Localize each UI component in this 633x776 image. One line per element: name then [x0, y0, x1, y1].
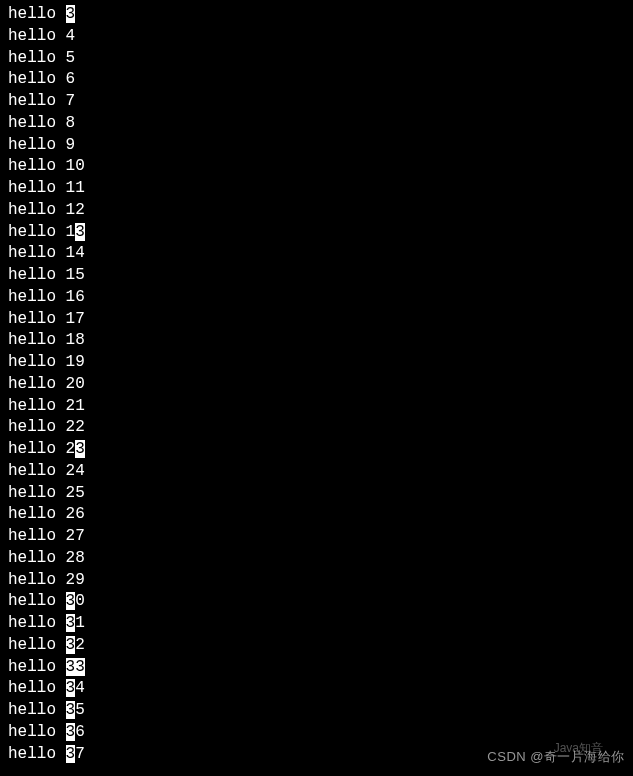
terminal-line: hello 18 [8, 330, 625, 352]
terminal-value: 22 [66, 418, 85, 436]
terminal-value: 28 [66, 549, 85, 567]
terminal-value: 10 [66, 157, 85, 175]
terminal-line: hello 7 [8, 91, 625, 113]
terminal-line: hello 19 [8, 352, 625, 374]
terminal-value: 8 [66, 114, 76, 132]
terminal-value: 11 [66, 179, 85, 197]
terminal-prefix: hello [8, 701, 66, 719]
terminal-line: hello 24 [8, 461, 625, 483]
terminal-line: hello 20 [8, 374, 625, 396]
terminal-highlight: 3 [75, 223, 85, 241]
terminal-value: 1 [66, 223, 76, 241]
terminal-value: 26 [66, 505, 85, 523]
terminal-highlight: 3 [66, 614, 76, 632]
terminal-line: hello 30 [8, 591, 625, 613]
terminal-value: 25 [66, 484, 85, 502]
terminal-line: hello 8 [8, 113, 625, 135]
terminal-line: hello 14 [8, 243, 625, 265]
terminal-prefix: hello [8, 353, 66, 371]
terminal-value: 12 [66, 201, 85, 219]
terminal-line: hello 12 [8, 200, 625, 222]
terminal-highlight: 3 [66, 723, 76, 741]
terminal-prefix: hello [8, 310, 66, 328]
terminal-prefix: hello [8, 462, 66, 480]
terminal-value: 19 [66, 353, 85, 371]
terminal-prefix: hello [8, 527, 66, 545]
terminal-value: 27 [66, 527, 85, 545]
terminal-highlight: 3 [66, 679, 76, 697]
terminal-line: hello 26 [8, 504, 625, 526]
terminal-value: 4 [66, 27, 76, 45]
terminal-prefix: hello [8, 244, 66, 262]
terminal-line: hello 22 [8, 417, 625, 439]
terminal-prefix: hello [8, 375, 66, 393]
terminal-prefix: hello [8, 658, 66, 676]
terminal-value: 15 [66, 266, 85, 284]
terminal-highlight: 3 [75, 440, 85, 458]
terminal-value: 4 [75, 679, 85, 697]
terminal-output[interactable]: hello 3hello 4hello 5hello 6hello 7hello… [8, 4, 625, 776]
terminal-line: hello 25 [8, 483, 625, 505]
terminal-highlight: 3 [66, 745, 76, 763]
terminal-line: hello 36 [8, 722, 625, 744]
terminal-prefix: hello [8, 70, 66, 88]
terminal-value: 17 [66, 310, 85, 328]
terminal-highlight: 3 [66, 636, 76, 654]
terminal-line: hello 16 [8, 287, 625, 309]
terminal-prefix: hello [8, 484, 66, 502]
terminal-prefix: hello [8, 331, 66, 349]
terminal-prefix: hello [8, 679, 66, 697]
terminal-prefix: hello [8, 179, 66, 197]
terminal-line: hello 10 [8, 156, 625, 178]
terminal-prefix: hello [8, 157, 66, 175]
terminal-value: 9 [66, 136, 76, 154]
terminal-line: hello 33 [8, 657, 625, 679]
terminal-value: 21 [66, 397, 85, 415]
terminal-value: 7 [75, 745, 85, 763]
terminal-prefix: hello [8, 27, 66, 45]
terminal-line: hello 15 [8, 265, 625, 287]
terminal-prefix: hello [8, 418, 66, 436]
terminal-line: hello 5 [8, 48, 625, 70]
terminal-value: 6 [66, 70, 76, 88]
terminal-prefix: hello [8, 92, 66, 110]
terminal-highlight: 33 [66, 658, 85, 676]
terminal-prefix: hello [8, 592, 66, 610]
terminal-prefix: hello [8, 114, 66, 132]
terminal-prefix: hello [8, 505, 66, 523]
terminal-line: hello 21 [8, 396, 625, 418]
terminal-line: hello 9 [8, 135, 625, 157]
terminal-line: hello 27 [8, 526, 625, 548]
terminal-value: 6 [75, 723, 85, 741]
terminal-prefix: hello [8, 223, 66, 241]
terminal-line: hello 31 [8, 613, 625, 635]
terminal-line: hello 32 [8, 635, 625, 657]
terminal-value: 7 [66, 92, 76, 110]
terminal-value: 16 [66, 288, 85, 306]
terminal-prefix: hello [8, 723, 66, 741]
terminal-prefix: hello [8, 288, 66, 306]
terminal-value: 24 [66, 462, 85, 480]
terminal-line: hello 29 [8, 570, 625, 592]
terminal-value: 2 [66, 440, 76, 458]
terminal-value: 1 [75, 614, 85, 632]
terminal-line: hello 34 [8, 678, 625, 700]
terminal-value: 14 [66, 244, 85, 262]
terminal-value: 20 [66, 375, 85, 393]
terminal-value: 0 [75, 592, 85, 610]
terminal-line: hello 35 [8, 700, 625, 722]
terminal-prefix: hello [8, 136, 66, 154]
terminal-prefix: hello [8, 5, 66, 23]
terminal-highlight: 3 [66, 5, 76, 23]
terminal-value: 2 [75, 636, 85, 654]
terminal-value: 5 [75, 701, 85, 719]
terminal-prefix: hello [8, 614, 66, 632]
terminal-prefix: hello [8, 201, 66, 219]
terminal-value: 5 [66, 49, 76, 67]
watermark-text: CSDN @奇一片海给你 [487, 748, 625, 766]
terminal-prefix: hello [8, 266, 66, 284]
terminal-value: 18 [66, 331, 85, 349]
terminal-prefix: hello [8, 571, 66, 589]
terminal-line: hello 11 [8, 178, 625, 200]
terminal-line: hello 4 [8, 26, 625, 48]
